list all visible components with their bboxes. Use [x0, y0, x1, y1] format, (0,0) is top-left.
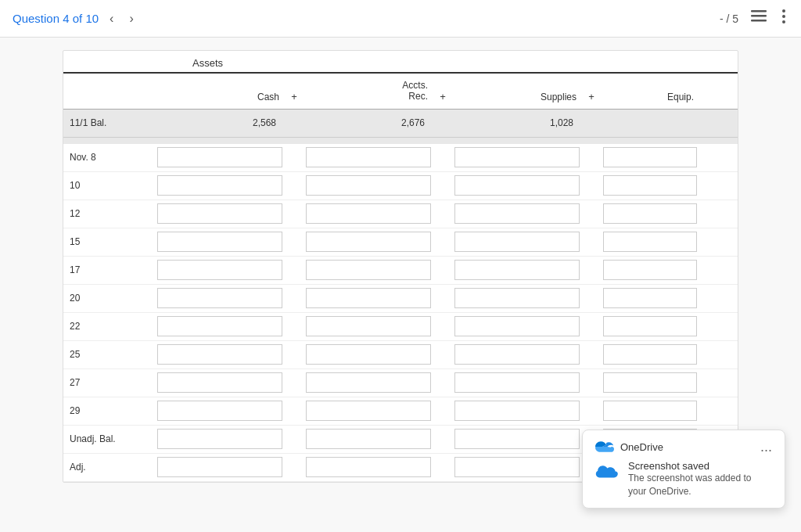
- row-12: 12: [63, 200, 738, 228]
- balance-supplies: 1,028: [454, 114, 580, 131]
- row-adj-cash-input[interactable]: [157, 457, 282, 477]
- row-17-cash-cell: [157, 260, 282, 280]
- row-29-accts-input[interactable]: [306, 401, 431, 421]
- svg-point-3: [782, 9, 785, 13]
- row-25-equip-cell: [603, 344, 697, 365]
- row-15-supplies-input[interactable]: [454, 232, 580, 252]
- row-unadj-accts-cell: [306, 429, 431, 449]
- row-29: 29: [63, 397, 738, 426]
- nav-prev-button[interactable]: ‹: [105, 9, 118, 29]
- row-29-supplies-input[interactable]: [454, 401, 580, 421]
- row-25-supplies-input[interactable]: [454, 344, 580, 365]
- row-17-supplies-cell: [454, 260, 580, 280]
- row-27-accts-input[interactable]: [306, 372, 431, 393]
- assets-header: Assets: [63, 51, 738, 74]
- row-27-equip-cell: [603, 372, 697, 393]
- row-22-equip-cell: [603, 316, 697, 336]
- row-15-accts-input[interactable]: [306, 232, 431, 252]
- row-nov8-equip-cell: [603, 147, 697, 167]
- row-unadj-supplies-input[interactable]: [454, 429, 580, 449]
- row-12-accts-input[interactable]: [306, 203, 431, 224]
- row-nov8-supplies-input[interactable]: [454, 147, 580, 167]
- row-17-equip-cell: [603, 260, 697, 280]
- row-20-cash-input[interactable]: [157, 288, 282, 308]
- row-adj-supplies-input[interactable]: [454, 457, 580, 477]
- more-options-button[interactable]: [779, 6, 788, 31]
- row-22-accts-input[interactable]: [306, 316, 431, 336]
- row-15-cash-input[interactable]: [157, 232, 282, 252]
- onedrive-logo-icon: [595, 440, 614, 454]
- toast-header: OneDrive ...: [595, 440, 772, 454]
- top-bar-left: Question 4 of 10 ‹ ›: [13, 9, 138, 29]
- top-bar: Question 4 of 10 ‹ › - / 5: [0, 0, 801, 38]
- row-17-accts-input[interactable]: [306, 260, 431, 280]
- row-22: 22: [63, 313, 738, 341]
- row-25: 25: [63, 341, 738, 369]
- row-29-cash-cell: [157, 401, 282, 421]
- row-27-cash-input[interactable]: [157, 372, 282, 393]
- row-10-equip-input[interactable]: [603, 175, 697, 196]
- row-17-cash-input[interactable]: [157, 260, 282, 280]
- row-25-accts-input[interactable]: [306, 344, 431, 365]
- row-20-equip-input[interactable]: [603, 288, 697, 308]
- row-12-equip-input[interactable]: [603, 203, 697, 224]
- row-10-equip-cell: [603, 175, 697, 196]
- row-nov8-label: Nov. 8: [63, 149, 157, 166]
- row-nov8-accts-input[interactable]: [306, 147, 431, 167]
- row-unadj-accts-input[interactable]: [306, 429, 431, 449]
- svg-rect-2: [751, 20, 767, 22]
- row-nov8-cash-cell: [157, 147, 282, 167]
- row-10-supplies-input[interactable]: [454, 175, 580, 196]
- row-22-label: 22: [63, 318, 157, 335]
- toast-header-left: OneDrive: [595, 440, 663, 454]
- question-text: Question 4 of: [13, 12, 85, 25]
- question-number: 10: [85, 12, 99, 25]
- nav-next-button[interactable]: ›: [124, 9, 138, 29]
- row-10-accts-input[interactable]: [306, 175, 431, 196]
- plus-sign-2: +: [431, 91, 454, 104]
- row-27-label: 27: [63, 374, 157, 391]
- row-15: 15: [63, 228, 738, 257]
- row-17-supplies-input[interactable]: [454, 260, 580, 280]
- row-17-accts-cell: [306, 260, 431, 280]
- row-20-supplies-input[interactable]: [454, 288, 580, 308]
- row-nov8-cash-input[interactable]: [157, 147, 282, 167]
- row-nov8-equip-input[interactable]: [603, 147, 697, 167]
- svg-point-4: [782, 15, 785, 18]
- col-header-equip: Equip.: [603, 90, 697, 104]
- row-25-equip-input[interactable]: [603, 344, 697, 365]
- toast-body-text: The screenshot was added to your OneDriv…: [628, 472, 772, 498]
- page-indicator: - / 5: [720, 13, 738, 25]
- row-29-cash-input[interactable]: [157, 401, 282, 421]
- row-17-equip-input[interactable]: [603, 260, 697, 280]
- row-22-equip-input[interactable]: [603, 316, 697, 336]
- row-12-equip-cell: [603, 203, 697, 224]
- row-22-supplies-input[interactable]: [454, 316, 580, 336]
- row-27-equip-input[interactable]: [603, 372, 697, 393]
- row-20-accts-input[interactable]: [306, 288, 431, 308]
- svg-point-5: [782, 20, 785, 23]
- row-29-equip-input[interactable]: [603, 401, 697, 421]
- row-25-cash-input[interactable]: [157, 344, 282, 365]
- list-view-button[interactable]: [748, 7, 770, 30]
- row-10-label: 10: [63, 177, 157, 194]
- row-adj-supplies-cell: [454, 457, 580, 477]
- row-15-equip-input[interactable]: [603, 232, 697, 252]
- row-12-cash-input[interactable]: [157, 203, 282, 224]
- balance-row: 11/1 Bal. 2,568 2,676 1,028: [63, 110, 738, 138]
- toast-more-button[interactable]: ...: [760, 440, 772, 454]
- row-25-cash-cell: [157, 344, 282, 365]
- row-12-supplies-input[interactable]: [454, 203, 580, 224]
- row-22-cash-input[interactable]: [157, 316, 282, 336]
- row-27-accts-cell: [306, 372, 431, 393]
- row-10-cash-input[interactable]: [157, 175, 282, 196]
- row-29-equip-cell: [603, 401, 697, 421]
- row-20: 20: [63, 285, 738, 313]
- plus-sign-3: +: [580, 91, 603, 104]
- row-20-label: 20: [63, 289, 157, 307]
- row-22-accts-cell: [306, 316, 431, 336]
- row-adj-accts-input[interactable]: [306, 457, 431, 477]
- col-header-cash: Cash: [157, 90, 282, 104]
- row-27-supplies-input[interactable]: [454, 372, 580, 393]
- row-unadj-cash-input[interactable]: [157, 429, 282, 449]
